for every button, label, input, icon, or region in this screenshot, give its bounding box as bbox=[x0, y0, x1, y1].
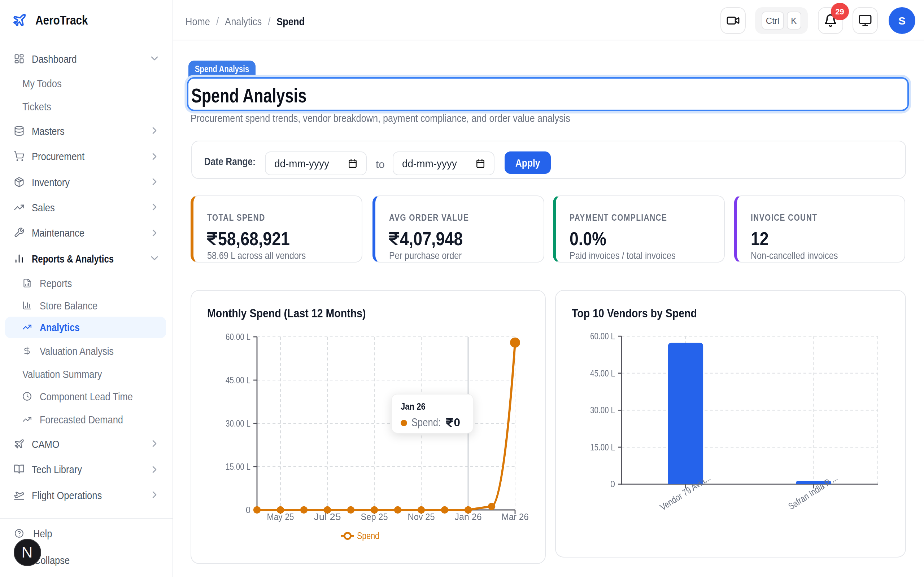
svg-text:15.00 L: 15.00 L bbox=[226, 461, 250, 472]
svg-text:Safran India P ...: Safran India P ... bbox=[786, 472, 839, 511]
svg-text:45.00 L: 45.00 L bbox=[226, 374, 250, 385]
svg-text:45.00 L: 45.00 L bbox=[590, 367, 615, 378]
svg-text:Spend: Spend bbox=[357, 530, 380, 541]
svg-text:15.00 L: 15.00 L bbox=[590, 442, 615, 452]
svg-text:60.00 L: 60.00 L bbox=[226, 331, 250, 342]
svg-text:30.00 L: 30.00 L bbox=[226, 417, 250, 429]
svg-text:Mar 26: Mar 26 bbox=[502, 511, 529, 522]
svg-text:0: 0 bbox=[246, 504, 250, 515]
svg-text:0: 0 bbox=[611, 478, 615, 489]
svg-text:30.00 L: 30.00 L bbox=[590, 404, 615, 415]
svg-text:60.00 L: 60.00 L bbox=[590, 330, 615, 341]
